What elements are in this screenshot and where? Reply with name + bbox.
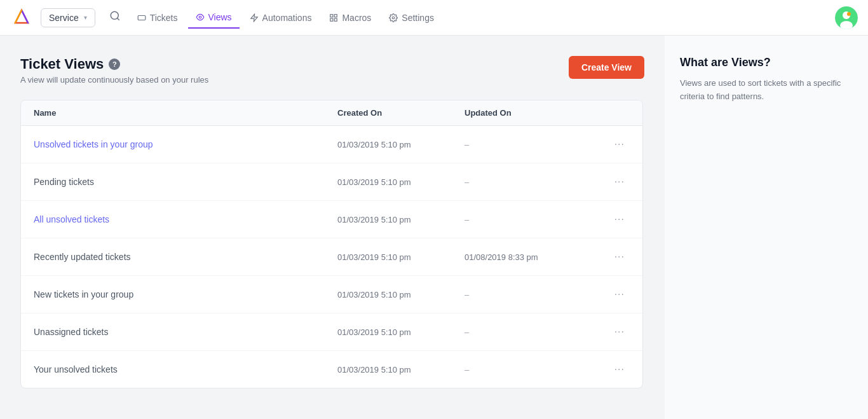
svg-rect-6 (330, 14, 333, 17)
table-body: Unsolved tickets in your group 01/03/201… (21, 126, 642, 388)
svg-line-2 (117, 18, 119, 20)
row-actions-2: ··· (592, 211, 630, 228)
row-name-6: Your unsolved tickets (34, 364, 337, 374)
service-label: Service (49, 13, 79, 23)
nav-item-views[interactable]: Views (188, 7, 240, 29)
row-created-0: 01/03/2019 5:10 pm (337, 140, 465, 149)
svg-point-1 (111, 11, 118, 19)
table-row: Recently updated tickets 01/03/2019 5:10… (21, 238, 642, 276)
row-menu-button-4[interactable]: ··· (609, 286, 630, 303)
col-header-updated: Updated On (465, 108, 592, 118)
sidebar-info-panel: What are Views? Views are used to sort t… (665, 36, 868, 419)
svg-point-10 (393, 17, 395, 19)
row-menu-button-2[interactable]: ··· (609, 211, 630, 228)
settings-icon (389, 13, 398, 22)
row-created-3: 01/03/2019 5:10 pm (337, 252, 465, 262)
page-container: Ticket Views ? A view will update contin… (0, 36, 868, 419)
row-name-5: Unassigned tickets (34, 327, 337, 337)
col-header-name: Name (34, 108, 337, 118)
row-updated-2: – (465, 215, 592, 224)
row-updated-4: – (465, 290, 592, 299)
col-header-actions (592, 108, 630, 118)
table-row: All unsolved tickets 01/03/2019 5:10 pm … (21, 201, 642, 238)
svg-marker-5 (250, 14, 257, 22)
row-updated-3: 01/08/2019 8:33 pm (465, 252, 592, 262)
page-title-area: Ticket Views ? A view will update contin… (20, 56, 208, 85)
create-view-button[interactable]: Create View (569, 56, 644, 79)
nav-item-automations[interactable]: Automations (242, 8, 320, 28)
macros-icon (329, 13, 338, 22)
row-name-1: Pending tickets (34, 177, 337, 187)
row-created-5: 01/03/2019 5:10 pm (337, 327, 465, 337)
nav-tickets-label: Tickets (150, 13, 178, 23)
automations-icon (250, 13, 259, 22)
row-actions-0: ··· (592, 136, 630, 153)
page-title: Ticket Views ? (20, 56, 208, 72)
table-row: Your unsolved tickets 01/03/2019 5:10 pm… (21, 351, 642, 388)
row-actions-3: ··· (592, 249, 630, 265)
row-created-2: 01/03/2019 5:10 pm (337, 215, 465, 224)
nav-views-label: Views (208, 12, 232, 22)
navbar: Service ▾ Tickets Views Automati (0, 0, 868, 36)
svg-rect-8 (330, 18, 333, 21)
table-row: Unassigned tickets 01/03/2019 5:10 pm – … (21, 313, 642, 351)
row-menu-button-5[interactable]: ··· (609, 324, 630, 340)
svg-point-14 (847, 12, 851, 16)
service-dropdown-button[interactable]: Service ▾ (41, 8, 95, 27)
views-icon (196, 13, 205, 22)
row-menu-button-3[interactable]: ··· (609, 249, 630, 265)
table-header: Name Created On Updated On (21, 100, 642, 126)
row-name-4: New tickets in your group (34, 289, 337, 299)
row-actions-4: ··· (592, 286, 630, 303)
sidebar-info-text: Views are used to sort tickets with a sp… (680, 77, 853, 104)
row-name-0[interactable]: Unsolved tickets in your group (34, 139, 337, 149)
row-menu-button-0[interactable]: ··· (609, 136, 630, 153)
views-table: Name Created On Updated On Unsolved tick… (20, 100, 643, 388)
row-actions-1: ··· (592, 174, 630, 190)
row-name-2[interactable]: All unsolved tickets (34, 214, 337, 224)
main-content: Ticket Views ? A view will update contin… (0, 36, 665, 419)
search-icon[interactable] (105, 6, 125, 29)
table-row: Unsolved tickets in your group 01/03/201… (21, 126, 642, 163)
row-created-1: 01/03/2019 5:10 pm (337, 177, 465, 187)
row-created-6: 01/03/2019 5:10 pm (337, 365, 465, 374)
row-updated-0: – (465, 140, 592, 149)
user-avatar[interactable] (835, 6, 858, 29)
nav-item-macros[interactable]: Macros (322, 8, 379, 28)
tickets-icon (137, 13, 146, 22)
page-header: Ticket Views ? A view will update contin… (20, 56, 644, 85)
nav-automations-label: Automations (262, 13, 312, 23)
row-actions-5: ··· (592, 324, 630, 340)
nav-item-settings[interactable]: Settings (381, 8, 442, 28)
row-menu-button-1[interactable]: ··· (609, 174, 630, 190)
svg-rect-9 (335, 18, 337, 21)
table-row: Pending tickets 01/03/2019 5:10 pm – ··· (21, 163, 642, 201)
row-updated-6: – (465, 365, 592, 374)
nav-macros-label: Macros (342, 13, 371, 23)
svg-rect-7 (335, 14, 337, 17)
row-menu-button-6[interactable]: ··· (609, 361, 630, 378)
page-subtitle: A view will update continuously based on… (20, 75, 208, 85)
row-updated-5: – (465, 327, 592, 337)
col-header-created: Created On (337, 108, 465, 118)
row-actions-6: ··· (592, 361, 630, 378)
nav-settings-label: Settings (402, 13, 434, 23)
row-created-4: 01/03/2019 5:10 pm (337, 290, 465, 299)
app-logo[interactable] (10, 6, 33, 29)
chevron-down-icon: ▾ (84, 14, 87, 21)
sidebar-info-title: What are Views? (680, 56, 853, 69)
nav-item-tickets[interactable]: Tickets (130, 8, 186, 28)
help-icon[interactable]: ? (109, 58, 120, 70)
table-row: New tickets in your group 01/03/2019 5:1… (21, 276, 642, 313)
row-updated-1: – (465, 177, 592, 187)
svg-point-4 (199, 16, 201, 18)
main-nav: Tickets Views Automations Macros (130, 7, 835, 29)
row-name-3: Recently updated tickets (34, 252, 337, 262)
